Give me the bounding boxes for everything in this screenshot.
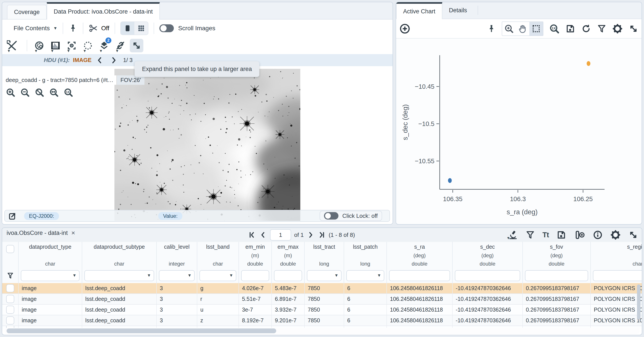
grid-view-button[interactable] bbox=[134, 22, 148, 34]
y-axis-label: s_dec (deg) bbox=[401, 104, 409, 140]
text-view-button[interactable]: Tt bbox=[542, 231, 549, 239]
column-header-s_region[interactable]: s_region char bbox=[591, 242, 642, 268]
zoom-fill-button[interactable] bbox=[48, 86, 60, 98]
table-options-button[interactable]: ▼ bbox=[508, 230, 518, 240]
add-chart-button[interactable] bbox=[399, 23, 410, 34]
astronomy-image[interactable] bbox=[114, 69, 300, 221]
stretch-histogram-button[interactable]: ▼ bbox=[49, 39, 62, 52]
table-settings-button[interactable] bbox=[610, 230, 621, 240]
save-table-button[interactable] bbox=[556, 230, 566, 240]
scatter-chart[interactable]: 106.35106.3106.25−10.45−10.5−10.55s_ra (… bbox=[396, 38, 642, 224]
click-lock-toggle[interactable] bbox=[324, 212, 338, 220]
tab-coverage[interactable]: Coverage bbox=[7, 5, 47, 19]
popout-button[interactable] bbox=[8, 212, 17, 220]
column-header-em_min[interactable]: em_min (m) double bbox=[239, 242, 272, 268]
table-row[interactable]: imagelsst.deep_coadd3r5.51e-76.891e-7785… bbox=[2, 294, 642, 304]
row-checkbox[interactable] bbox=[6, 284, 14, 292]
zoom-mode-button[interactable] bbox=[502, 22, 516, 36]
save-chart-button[interactable] bbox=[565, 24, 576, 34]
tools-button[interactable]: ▼ bbox=[5, 39, 19, 52]
scrollbar-thumb[interactable] bbox=[6, 328, 276, 333]
expand-table-button[interactable] bbox=[628, 230, 638, 240]
region-circle-button[interactable]: ▼ bbox=[81, 39, 95, 52]
zoom-original-button[interactable]: 1X bbox=[549, 24, 560, 34]
next-hdu-button[interactable] bbox=[108, 56, 120, 64]
horizontal-scrollbar[interactable] bbox=[4, 328, 640, 334]
filter-input-s_fov[interactable] bbox=[525, 270, 588, 281]
row-checkbox[interactable] bbox=[6, 306, 14, 314]
column-header-s_ra[interactable]: s_ra (deg) double bbox=[387, 242, 453, 268]
filter-select-dataproduct_type[interactable]: ▼ bbox=[21, 270, 80, 281]
column-header-s_fov[interactable]: s_fov (deg) double bbox=[523, 242, 591, 268]
column-header-s_dec[interactable]: s_dec (deg) double bbox=[453, 242, 523, 268]
pan-mode-button[interactable] bbox=[516, 22, 529, 36]
filter-table-button[interactable] bbox=[526, 230, 535, 240]
column-header-calib_level[interactable]: calib_level integer bbox=[157, 242, 197, 268]
row-checkbox[interactable] bbox=[6, 316, 14, 324]
column-header-lsst_patch[interactable]: lsst_patch long bbox=[344, 242, 387, 268]
zoom-1x-button[interactable]: 1X bbox=[62, 86, 74, 98]
chart-settings-button[interactable] bbox=[612, 24, 623, 34]
tab-details[interactable]: Details bbox=[442, 2, 474, 18]
filter-select-lsst_band[interactable]: ▼ bbox=[200, 270, 236, 281]
table-tab[interactable]: ivoa.ObsCore - data-int × bbox=[6, 229, 75, 237]
file-contents-label: File Contents bbox=[14, 25, 50, 32]
close-icon[interactable]: × bbox=[71, 229, 75, 237]
color-palette-button[interactable]: ▼ bbox=[32, 39, 46, 52]
filter-input-em_min[interactable] bbox=[241, 270, 269, 281]
layers-button[interactable]: 2 ▼ bbox=[97, 39, 111, 52]
filter-chart-button[interactable] bbox=[597, 24, 606, 34]
filter-input-s_dec[interactable] bbox=[455, 270, 520, 281]
single-view-button[interactable] bbox=[121, 22, 134, 34]
tab-data-product[interactable]: Data Product: ivoa.ObsCore - data-int bbox=[47, 2, 160, 20]
zoom-fit-button[interactable] bbox=[33, 86, 46, 98]
column-header-dataproduct_type[interactable]: dataproduct_type char bbox=[19, 242, 82, 268]
prev-page-button[interactable] bbox=[259, 231, 267, 239]
filter-input-em_max[interactable] bbox=[274, 270, 302, 281]
zoom-in-button[interactable] bbox=[4, 86, 17, 98]
table-row[interactable]: imagelsst.deep_coadd3z8.192e-79.201e-778… bbox=[2, 315, 642, 326]
wcs-unlink-button[interactable]: ▼ bbox=[114, 39, 127, 52]
column-header-dataproduct_subtype[interactable]: dataproduct_subtype char bbox=[82, 242, 157, 268]
column-header-lsst_tract[interactable]: lsst_tract long bbox=[305, 242, 344, 268]
filter-select-lsst_patch[interactable]: ▼ bbox=[346, 270, 384, 281]
tab-active-chart[interactable]: Active Chart bbox=[396, 2, 442, 19]
filter-select-calib_level[interactable]: ▼ bbox=[159, 270, 195, 281]
image-viewer[interactable]: deep_coadd - g - tract=7850 patch=6 (#t…… bbox=[2, 66, 392, 224]
row-checkbox[interactable] bbox=[6, 295, 14, 303]
expand-chart-button[interactable] bbox=[628, 24, 638, 34]
scroll-images-toggle[interactable] bbox=[159, 24, 174, 32]
file-contents-dropdown[interactable]: File Contents ▼ bbox=[14, 25, 58, 32]
column-name: em_min bbox=[246, 244, 265, 250]
add-column-button[interactable] bbox=[574, 230, 585, 240]
next-page-button[interactable] bbox=[307, 231, 314, 239]
vertical-scrollbar[interactable] bbox=[637, 284, 640, 328]
crop-toggle-button[interactable]: Off bbox=[88, 24, 110, 33]
restore-chart-button[interactable] bbox=[581, 24, 591, 34]
pin-button[interactable] bbox=[68, 24, 78, 33]
pin-chart-button[interactable] bbox=[487, 24, 496, 33]
page-input[interactable]: 1 bbox=[270, 229, 291, 240]
table-row[interactable]: imagelsst.deep_coadd3u3e-73.932e-7785061… bbox=[2, 304, 642, 315]
select-mode-button[interactable] bbox=[529, 22, 543, 36]
table-info-button[interactable] bbox=[593, 230, 603, 240]
first-page-button[interactable] bbox=[248, 231, 256, 239]
table-scroll-region[interactable]: dataproduct_type chardataproduct_subtype… bbox=[2, 242, 642, 329]
filter-select-dataproduct_subtype[interactable]: ▼ bbox=[84, 270, 154, 281]
filter-input-s_ra[interactable] bbox=[389, 270, 450, 281]
column-header-em_max[interactable]: em_max (m) double bbox=[272, 242, 305, 268]
filter-input-s_region[interactable] bbox=[593, 270, 642, 281]
last-page-button[interactable] bbox=[318, 231, 326, 239]
zoom-out-button[interactable] bbox=[19, 86, 31, 98]
recenter-button[interactable]: ▼ bbox=[65, 39, 78, 52]
table-row[interactable]: imagelsst.deep_coadd3g4.026e-75.483e-778… bbox=[2, 283, 642, 294]
data-point[interactable] bbox=[448, 178, 452, 183]
prev-hdu-button[interactable] bbox=[94, 56, 106, 64]
scrollbar-thumb[interactable] bbox=[637, 284, 640, 320]
select-all-checkbox[interactable] bbox=[6, 245, 14, 253]
filter-select-lsst_tract[interactable]: ▼ bbox=[307, 270, 342, 281]
column-header-lsst_band[interactable]: lsst_band char bbox=[197, 242, 239, 268]
data-point[interactable] bbox=[586, 61, 590, 66]
image-status-bar: EQ-J2000: Value: Click Lock: off bbox=[4, 210, 390, 222]
expand-panel-button[interactable] bbox=[130, 39, 143, 52]
